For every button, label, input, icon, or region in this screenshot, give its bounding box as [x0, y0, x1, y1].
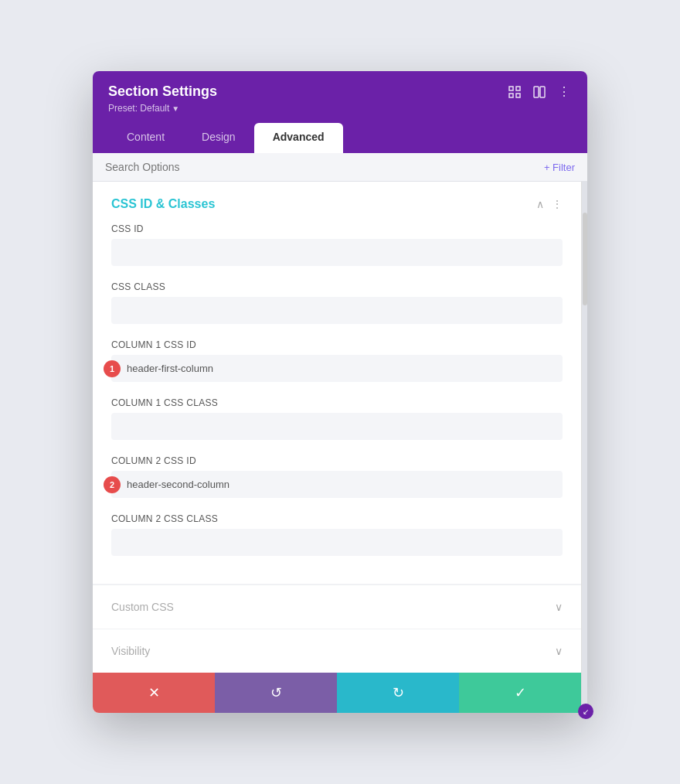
columns-icon[interactable]: [532, 84, 547, 100]
col2-badge: 2: [104, 476, 121, 493]
filter-button[interactable]: + Filter: [544, 162, 575, 173]
visibility-label: Visibility: [111, 645, 150, 657]
scrollbar-thumb[interactable]: [583, 213, 587, 305]
col1-css-class-label: Column 1 CSS Class: [111, 397, 563, 408]
undo-icon: ↺: [270, 684, 282, 701]
col2-css-class-field-group: Column 2 CSS Class: [111, 513, 563, 556]
col2-css-id-label: Column 2 CSS ID: [111, 455, 563, 466]
svg-rect-1: [516, 87, 520, 90]
svg-rect-3: [516, 94, 520, 97]
section-more-icon[interactable]: ⋮: [552, 198, 563, 210]
css-id-label: CSS ID: [111, 223, 563, 234]
search-input[interactable]: [105, 161, 544, 173]
scrollbar[interactable]: [581, 182, 587, 713]
visibility-section[interactable]: Visibility ∨: [93, 629, 581, 673]
custom-css-section[interactable]: Custom CSS ∨: [93, 585, 581, 629]
modal-body: CSS ID & Classes ∧ ⋮ CSS ID: [93, 182, 587, 713]
col2-css-class-input-wrapper: [111, 529, 563, 556]
col1-css-id-input[interactable]: [111, 355, 563, 382]
modal-header-top: Section Settings: [108, 84, 572, 100]
header-icons: ⋮: [507, 84, 572, 100]
css-section-header: CSS ID & Classes ∧ ⋮: [93, 182, 581, 223]
modal-preset[interactable]: Preset: Default: [108, 103, 572, 114]
save-icon: ✓: [515, 684, 526, 701]
css-id-input[interactable]: [111, 239, 563, 266]
css-class-label: CSS Class: [111, 281, 563, 292]
section-settings-modal: Section Settings: [93, 71, 587, 713]
visibility-chevron-icon: ∨: [555, 645, 563, 657]
custom-css-chevron-icon: ∨: [555, 601, 563, 613]
tab-content[interactable]: Content: [108, 123, 183, 153]
col2-css-id-input-wrapper: 2: [111, 471, 563, 498]
col1-css-id-field-group: Column 1 CSS ID 1: [111, 339, 563, 382]
svg-rect-2: [509, 94, 513, 97]
cancel-icon: ✕: [148, 684, 160, 701]
col1-css-class-input[interactable]: [111, 413, 563, 440]
fullscreen-icon[interactable]: [507, 84, 522, 100]
col2-css-id-field-group: Column 2 CSS ID 2: [111, 455, 563, 498]
col2-css-id-input[interactable]: [111, 471, 563, 498]
resize-handle[interactable]: ↙: [578, 704, 593, 719]
custom-css-label: Custom CSS: [111, 601, 174, 613]
collapse-icon[interactable]: ∧: [536, 198, 544, 210]
css-class-input[interactable]: [111, 297, 563, 324]
css-id-field-group: CSS ID: [111, 223, 563, 266]
tabs: Content Design Advanced: [108, 123, 572, 153]
col1-css-id-input-wrapper: 1: [111, 355, 563, 382]
css-class-field-group: CSS Class: [111, 281, 563, 324]
css-id-classes-section: CSS ID & Classes ∧ ⋮ CSS ID: [93, 182, 581, 585]
tab-design[interactable]: Design: [183, 123, 254, 153]
css-fields-area: CSS ID CSS Class: [93, 223, 581, 584]
modal-header: Section Settings: [93, 71, 587, 153]
modal-content-column: CSS ID & Classes ∧ ⋮ CSS ID: [93, 182, 581, 713]
redo-icon: ↻: [393, 684, 404, 701]
css-id-input-wrapper: [111, 239, 563, 266]
redo-button[interactable]: ↻: [337, 673, 459, 713]
col2-css-class-input[interactable]: [111, 529, 563, 556]
modal-footer: ✕ ↺ ↻ ✓: [93, 673, 581, 713]
cancel-button[interactable]: ✕: [93, 673, 215, 713]
save-button[interactable]: ✓: [459, 673, 581, 713]
svg-rect-0: [509, 87, 513, 90]
svg-rect-5: [540, 87, 545, 97]
section-controls: ∧ ⋮: [536, 198, 563, 210]
css-class-input-wrapper: [111, 297, 563, 324]
more-icon[interactable]: ⋮: [556, 84, 572, 100]
col1-badge: 1: [104, 360, 121, 377]
svg-rect-4: [534, 87, 539, 97]
content-area: CSS ID & Classes ∧ ⋮ CSS ID: [93, 182, 581, 673]
undo-button[interactable]: ↺: [215, 673, 337, 713]
col1-css-class-field-group: Column 1 CSS Class: [111, 397, 563, 440]
css-section-title: CSS ID & Classes: [111, 197, 215, 211]
col2-css-class-label: Column 2 CSS Class: [111, 513, 563, 524]
tab-advanced[interactable]: Advanced: [254, 123, 343, 153]
col1-css-class-input-wrapper: [111, 413, 563, 440]
search-bar: + Filter: [93, 153, 587, 182]
col1-css-id-label: Column 1 CSS ID: [111, 339, 563, 350]
modal-title: Section Settings: [108, 84, 217, 100]
